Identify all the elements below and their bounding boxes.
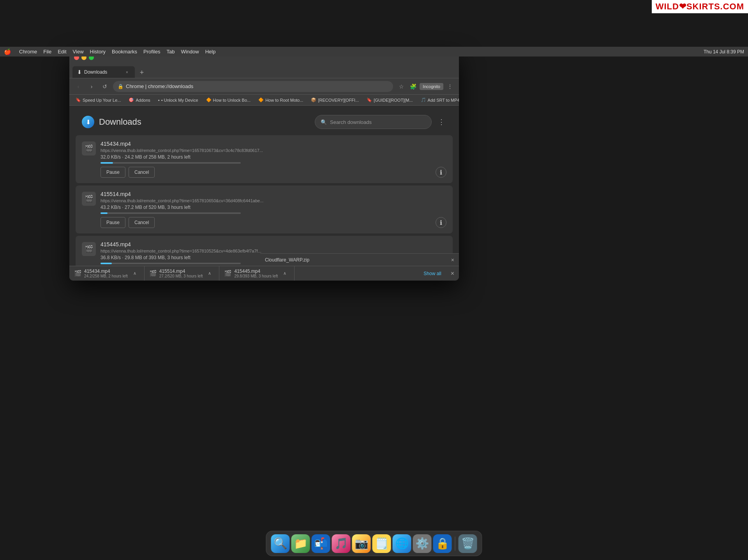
bookmark-guide-root[interactable]: 🔖 [GUIDE][ROOT][M... [363,97,416,103]
bookmark-speedup[interactable]: 🔖 Speed Up Your Le... [72,97,124,103]
bottom-dl-info-2: 415514.mp4 27.2/520 MB, 3 hours left [159,269,203,278]
pause-button-2[interactable]: Pause [101,217,125,228]
reload-button[interactable]: ↺ [100,81,110,92]
bookmark-icon-3: 🔶 [206,97,212,102]
download-actions-2: Pause Cancel ℹ [101,217,446,228]
download-more-button-1[interactable]: ℹ [436,167,446,178]
search-downloads-input[interactable]: 🔍 Search downloads [315,115,432,129]
incognito-badge[interactable]: Incognito [420,83,443,90]
help-menu[interactable]: Help [205,49,216,55]
clock-display: Thu 14 Jul 8:39 PM [704,49,744,55]
window-menu[interactable]: Window [181,49,199,55]
new-tab-button[interactable]: + [136,67,147,78]
bottom-dl-size-1: 24.2/258 MB, 2 hours left [84,274,128,278]
bottom-dl-expand-2[interactable]: ∧ [205,269,214,278]
bookmark-label-1: Addons [136,98,150,102]
menubar-right: Thu 14 Jul 8:39 PM [704,49,744,55]
forward-button[interactable]: › [86,81,97,92]
bookmark-add-srt[interactable]: 🎵 Add SRT to MP4 -... [418,97,459,103]
download-progress-bar-container-2 [101,212,241,214]
bookmark-unlock[interactable]: • • Unlock My Device [155,97,201,103]
watermark: WILD❤SKIRTS.COM [652,0,748,13]
history-menu[interactable]: History [90,49,106,55]
profiles-menu[interactable]: Profiles [143,49,160,55]
download-more-button-2[interactable]: ℹ [436,217,446,228]
bookmark-label-2: • Unlock My Device [161,98,198,102]
download-item-1: 🎬 415434.mp4 https://vienna.thub.lol/rem… [76,135,453,183]
browser-more-icon[interactable]: ⋮ [445,81,455,92]
tab-menu[interactable]: Tab [166,49,175,55]
download-progress-bar-1 [101,162,113,164]
bottom-dl-icon-1: 🎬 [74,270,82,277]
bottom-dl-info-3: 415445.mp4 29.8/393 MB, 3 hours left [234,269,278,278]
bookmark-addons[interactable]: 🎯 Addons [125,97,153,103]
tab-close-button[interactable]: × [124,69,130,75]
bookmark-icon-2: • [158,98,160,102]
download-info-2: 415514.mp4 https://vienna.thub.lol/remot… [101,191,446,228]
dock-trash[interactable]: 🗑️ [459,534,477,553]
dock-safari[interactable]: 🌐 [393,534,411,553]
downloads-logo: ⬇ [82,116,94,128]
dock-photos[interactable]: 📷 [352,534,371,553]
extension-icon[interactable]: 🧩 [408,81,418,92]
bookmark-icon-7: 🎵 [421,97,426,102]
bookmark-label-5: [RECOVERY][OFFI... [318,98,359,102]
apple-menu[interactable]: 🍎 [4,48,11,55]
bookmark-unlock-bo[interactable]: 🔶 How to Unlock Bo... [203,97,254,103]
url-bar[interactable]: 🔒 Chrome | chrome://downloads [113,81,393,92]
dock-settings[interactable]: ⚙️ [413,534,432,553]
dock-notes[interactable]: 🗒️ [372,534,391,553]
url-lock-icon: 🔒 [118,84,123,89]
search-icon: 🔍 [321,119,327,125]
cloudflare-filename: Cloudflare_WARP.zip [265,257,309,263]
back-button[interactable]: ‹ [73,81,83,92]
downloads-bottom-bar: 🎬 415434.mp4 24.2/258 MB, 2 hours left ∧… [69,266,459,281]
dock-finder[interactable]: 🔍 [271,534,290,553]
bookmark-star-icon[interactable]: ☆ [396,81,406,92]
cloudflare-close-button[interactable]: × [451,257,454,263]
show-all-downloads-button[interactable]: Show all [419,271,446,276]
dock-music[interactable]: 🎵 [332,534,351,553]
downloads-header: ⬇ Downloads 🔍 Search downloads ⋮ [76,112,453,132]
download-url-1: https://vienna.thub.lol/remote_control.p… [101,148,446,153]
browser-window: ⬇ Downloads × + ‹ › ↺ 🔒 Chrome | chrome:… [69,51,459,281]
tab-bar: ⬇ Downloads × + [69,64,459,78]
download-progress-bar-container-1 [101,162,241,164]
search-placeholder-text: Search downloads [330,119,372,125]
macos-menubar: 🍎 Chrome File Edit View History Bookmark… [0,47,748,57]
downloads-tab[interactable]: ⬇ Downloads × [72,66,135,78]
cancel-button-1[interactable]: Cancel [129,167,155,178]
bookmarks-menu[interactable]: Bookmarks [112,49,137,55]
download-item-2: 🎬 415514.mp4 https://vienna.thub.lol/rem… [76,185,453,233]
dock-mail[interactable]: 📬 [312,534,330,553]
download-file-icon-2: 🎬 [82,192,96,206]
dock-security[interactable]: 🔒 [433,534,452,553]
bookmark-icon-1: 🎯 [129,97,134,102]
close-downloads-bar-button[interactable]: × [446,270,459,277]
cloudflare-notification: Cloudflare_WARP.zip × [260,253,459,266]
bookmark-recovery[interactable]: 📦 [RECOVERY][OFFI... [308,97,362,103]
bottom-dl-info-1: 415434.mp4 24.2/258 MB, 2 hours left [84,269,128,278]
dock-files[interactable]: 📁 [291,534,310,553]
bookmark-root-moto[interactable]: 🔶 How to Root Moto... [255,97,306,103]
bottom-dl-name-2: 415514.mp4 [159,269,203,274]
download-filename-3: 415445.mp4 [101,241,446,247]
download-progress-bar-3 [101,263,112,264]
edit-menu[interactable]: Edit [58,49,66,55]
download-file-icon-1: 🎬 [82,141,96,155]
watermark-text: WILD❤SKIRTS.COM [656,2,744,11]
download-actions-1: Pause Cancel ℹ [101,167,446,178]
bottom-dl-expand-1[interactable]: ∧ [130,269,139,278]
bottom-dl-item-1: 🎬 415434.mp4 24.2/258 MB, 2 hours left ∧ [69,266,145,281]
view-menu[interactable]: View [73,49,84,55]
cancel-button-2[interactable]: Cancel [129,217,155,228]
pause-button-1[interactable]: Pause [101,167,125,178]
bookmark-icon-5: 📦 [311,97,316,102]
file-menu[interactable]: File [43,49,51,55]
downloads-more-button[interactable]: ⋮ [436,116,446,128]
bookmark-label-7: Add SRT to MP4 -... [428,98,459,102]
download-progress-text-1: 32.0 KB/s · 24.2 MB of 258 MB, 2 hours l… [101,154,446,160]
chrome-menu[interactable]: Chrome [19,49,37,55]
bottom-dl-expand-3[interactable]: ∧ [280,269,289,278]
bookmark-label-6: [GUIDE][ROOT][M... [374,98,413,102]
